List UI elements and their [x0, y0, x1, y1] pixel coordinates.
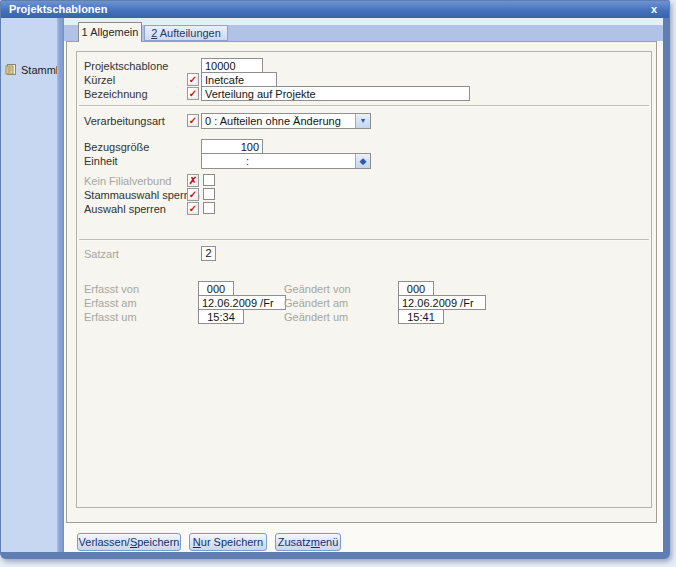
stammauswahl-sperren-label: Stammauswahl sperren	[84, 189, 200, 201]
auswahl-sperren-checkbox[interactable]	[203, 202, 215, 214]
close-icon: x	[651, 3, 657, 15]
geaendert-am-field[interactable]	[398, 295, 486, 310]
mandatory-check-icon[interactable]: ✓	[187, 202, 199, 215]
row-einheit: Einheit : ◆	[84, 153, 647, 170]
bezugsgroesse-input[interactable]	[201, 139, 263, 154]
einheit-label: Einheit	[84, 155, 118, 167]
geaendert-am-label: Geändert am	[284, 297, 348, 309]
extras-menu-button[interactable]: Zusatzmenü	[275, 533, 341, 551]
app-body: Stammblatt 1 Allgemein 2 Aufteilungen Pr…	[1, 18, 663, 552]
row-auswahl-sperren: Auswahl sperren ✓	[84, 201, 647, 218]
kein-filialverbund-label: Kein Filialverbund	[84, 175, 171, 187]
row-satzart: Satzart 2	[84, 246, 647, 263]
sidebar: Stammblatt	[1, 18, 57, 552]
group-box: Projektschablone Kürzel ✓ Bezeichnung ✓	[76, 51, 652, 508]
tab-strip-gap	[64, 18, 663, 25]
erfasst-am-label: Erfasst am	[84, 297, 137, 309]
sidebar-splitter[interactable]	[57, 18, 64, 552]
titlebar: Projektschablonen x	[1, 1, 669, 18]
erfasst-um-label: Erfasst um	[84, 311, 137, 323]
tab-panel: Projektschablone Kürzel ✓ Bezeichnung ✓	[66, 41, 657, 523]
erfasst-von-field[interactable]	[198, 281, 234, 296]
geaendert-um-field[interactable]	[398, 309, 444, 324]
bezeichnung-input[interactable]	[201, 86, 470, 101]
erfasst-am-field[interactable]	[198, 295, 286, 310]
kuerzel-input[interactable]	[201, 72, 277, 87]
geaendert-von-field[interactable]	[398, 281, 434, 296]
save-only-button[interactable]: Nur Speichern	[189, 533, 267, 551]
satzart-field: 2	[201, 246, 216, 261]
chevron-down-icon: ▼	[356, 114, 370, 128]
window: Projektschablonen x Stammblatt	[0, 0, 670, 559]
dropdown-arrow-button[interactable]: ▼	[355, 114, 370, 128]
tab-allgemein[interactable]: 1 Allgemein	[78, 22, 142, 42]
kuerzel-label: Kürzel	[84, 74, 115, 86]
erfasst-von-label: Erfasst von	[84, 283, 139, 295]
sidebar-item-stammblatt[interactable]: Stammblatt	[5, 62, 57, 78]
mandatory-check-icon[interactable]: ✓	[187, 73, 199, 86]
close-button[interactable]: x	[646, 2, 662, 17]
kein-filialverbund-checkbox[interactable]	[203, 174, 215, 186]
separator-1	[79, 105, 649, 107]
einheit-value: :	[246, 155, 249, 167]
tab-aufteilungen[interactable]: 2 Aufteilungen	[144, 25, 228, 41]
mandatory-check-icon[interactable]: ✓	[187, 114, 199, 127]
stammblatt-icon	[5, 63, 18, 76]
row-um: Erfasst um Geändert um	[84, 309, 647, 326]
mandatory-cross-icon[interactable]: ✗	[187, 174, 199, 187]
bezeichnung-label: Bezeichnung	[84, 88, 148, 100]
satzart-label: Satzart	[84, 248, 119, 260]
einheit-select[interactable]: : ◆	[201, 153, 371, 169]
projektschablone-label: Projektschablone	[84, 60, 168, 72]
mandatory-check-icon[interactable]: ✓	[187, 188, 199, 201]
bezugsgroesse-label: Bezugsgröße	[84, 141, 149, 153]
row-verarbeitungsart: Verarbeitungsart ✓ 0 : Aufteilen ohne Än…	[84, 113, 647, 130]
content: 1 Allgemein 2 Aufteilungen Projektschabl…	[64, 18, 663, 552]
geaendert-um-label: Geändert um	[284, 311, 348, 323]
geaendert-von-label: Geändert von	[284, 283, 351, 295]
verarbeitungsart-label: Verarbeitungsart	[84, 115, 165, 127]
einheit-picker-button[interactable]: ◆	[355, 154, 370, 168]
erfasst-um-field[interactable]	[198, 309, 244, 324]
picker-diamond-icon: ◆	[356, 154, 370, 168]
verarbeitungsart-select[interactable]: 0 : Aufteilen ohne Änderung ▼	[201, 113, 371, 129]
verarbeitungsart-value: 0 : Aufteilen ohne Änderung	[205, 115, 341, 127]
save-exit-button[interactable]: Verlassen/Speichern	[77, 533, 181, 551]
mandatory-check-icon[interactable]: ✓	[187, 87, 199, 100]
stammauswahl-sperren-checkbox[interactable]	[203, 188, 215, 200]
row-bezeichnung: Bezeichnung ✓	[84, 86, 647, 103]
window-title: Projektschablonen	[9, 1, 107, 18]
auswahl-sperren-label: Auswahl sperren	[84, 203, 166, 215]
projektschablone-input[interactable]	[201, 58, 263, 73]
separator-2	[79, 239, 649, 241]
